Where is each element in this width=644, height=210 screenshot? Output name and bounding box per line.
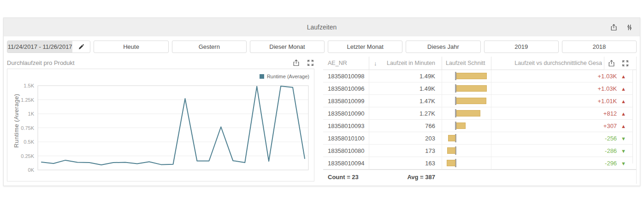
ae-nr-cell: 18358010098 (323, 70, 369, 82)
legend-label: Runtime (Average) (267, 74, 309, 79)
delta-cell: -296▼ (491, 160, 636, 167)
laufzeit-data-bar (456, 98, 486, 104)
laufzeit-data-bar (448, 135, 455, 141)
table-row[interactable]: 18358010093766+307▲ (323, 120, 636, 132)
svg-text:0.75K: 0.75K (21, 125, 34, 131)
laufzeit-data-bar (456, 73, 487, 79)
laufzeit-schnitt-cell (442, 157, 491, 169)
up-triangle-icon: ▲ (621, 86, 626, 92)
delta-value: +1.03K (598, 73, 617, 80)
ae-nr-cell: 18358010080 (323, 145, 369, 157)
table-row[interactable]: 183580100961.49K+1.03K▲ (323, 82, 636, 95)
table-body: 183580100981.49K+1.03K▲183580100961.49K+… (323, 70, 636, 169)
laufzeit-minuten-cell: 1.49K (369, 82, 442, 94)
pencil-icon[interactable] (72, 41, 90, 52)
table-row[interactable]: 183580100991.47K+1.01K▲ (323, 95, 636, 107)
table-row[interactable]: 18358010100203-256▼ (323, 132, 636, 145)
delta-cell: +1.03K▲ (491, 85, 636, 92)
sort-descending-icon[interactable]: ↓ (374, 60, 377, 67)
ae-nr-cell: 18358010094 (323, 157, 369, 169)
svg-text:0.5K: 0.5K (24, 139, 34, 145)
laufzeit-minuten-cell: 1.47K (369, 95, 442, 107)
ae-nr-cell: 18358010090 (323, 107, 369, 119)
delta-value: -296 (605, 160, 617, 167)
table-panel: AE_NR ↓ Laufzeit in Minuten Laufzeit Sch… (323, 57, 637, 184)
laufzeit-minuten-cell: 203 (369, 132, 442, 144)
table-row[interactable]: 18358010094163-296▼ (323, 157, 636, 169)
laufzeit-minuten-cell: 173 (369, 145, 442, 157)
delta-value: +812 (603, 110, 617, 117)
table-header-row: AE_NR ↓ Laufzeit in Minuten Laufzeit Sch… (323, 57, 636, 70)
expand-icon[interactable] (621, 59, 630, 67)
column-header-laufzeit-minuten[interactable]: ↓ Laufzeit in Minuten (369, 57, 442, 70)
content-area: Durchlaufzeit pro Produkt 0K0.25K0.5K0.7… (4, 57, 640, 184)
ae-nr-cell: 18358010096 (323, 82, 369, 94)
delta-value: +307 (603, 122, 617, 129)
table-footer-row: Count = 23 Avg = 387 (323, 169, 636, 184)
delta-cell: +1.01K▲ (491, 98, 636, 105)
laufzeit-data-bar (456, 122, 466, 129)
chart-panel-title: Durchlaufzeit pro Produkt (7, 59, 75, 66)
laufzeiten-card: Laufzeiten 11/24/2017 - 11/26/2017 Heute… (3, 18, 640, 186)
runtime-line-chart[interactable]: 0K0.25K0.5K0.75K1K1.25K1.5K Runtime (Ave… (7, 69, 314, 181)
chart-panel: Durchlaufzeit pro Produkt 0K0.25K0.5K0.7… (7, 57, 314, 184)
laufzeit-schnitt-cell (442, 120, 491, 132)
column-header-laufzeit-schnitt[interactable]: Laufzeit Schnitt (442, 57, 491, 70)
table-scrollbar[interactable] (632, 70, 636, 163)
avg-total: Avg = 387 (369, 174, 442, 181)
filter-button-dieser-monat[interactable]: Dieser Monat (250, 41, 325, 53)
delta-cell: +1.03K▲ (491, 73, 636, 80)
expand-icon[interactable] (306, 58, 314, 67)
svg-text:1.5K: 1.5K (24, 83, 34, 88)
delta-value: -286 (605, 147, 617, 154)
filter-row: 11/24/2017 - 11/26/2017 HeuteGesternDies… (4, 36, 640, 57)
laufzeit-minuten-cell: 1.49K (369, 70, 442, 82)
filter-button-heute[interactable]: Heute (94, 41, 168, 53)
svg-text:0K: 0K (28, 167, 35, 173)
svg-text:1K: 1K (28, 111, 35, 117)
delta-value: +1.01K (598, 98, 617, 105)
chart-panel-icons (292, 58, 314, 67)
filter-button-2019[interactable]: 2019 (484, 41, 559, 53)
line-chart-plot[interactable]: 0K0.25K0.5K0.75K1K1.25K1.5K (7, 69, 314, 181)
export-icon[interactable] (608, 59, 616, 67)
laufzeit-data-bar (456, 85, 487, 92)
export-icon[interactable] (609, 23, 618, 31)
ae-nr-cell: 18358010100 (323, 132, 369, 144)
laufzeit-data-bar (456, 110, 480, 117)
laufzeit-schnitt-cell (442, 95, 491, 107)
y-axis-label: Runtime (Average) (13, 93, 20, 147)
laufzeit-schnitt-cell (442, 107, 491, 119)
date-range-button[interactable]: 11/24/2017 - 11/26/2017 (7, 41, 90, 53)
laufzeit-schnitt-cell (442, 145, 491, 157)
laufzeit-schnitt-cell (442, 132, 491, 144)
filter-button-dieses-jahr[interactable]: Dieses Jahr (406, 41, 480, 53)
down-triangle-icon: ▼ (621, 148, 626, 154)
date-range-value[interactable]: 11/24/2017 - 11/26/2017 (7, 41, 72, 52)
delta-value: +1.03K (598, 85, 617, 92)
count-total: Count = 23 (323, 174, 369, 181)
delta-cell: -256▼ (491, 135, 636, 142)
laufzeit-minuten-cell: 163 (369, 157, 442, 169)
svg-text:0.25K: 0.25K (21, 153, 34, 159)
table-panel-icons (604, 57, 632, 70)
down-triangle-icon: ▼ (621, 136, 626, 141)
filter-button-gestern[interactable]: Gestern (172, 41, 247, 53)
column-header-ae-nr[interactable]: AE_NR (323, 57, 369, 70)
table-row[interactable]: 18358010080173-286▼ (323, 145, 636, 157)
page-title: Laufzeiten (307, 23, 337, 31)
delta-cell: -286▼ (491, 147, 636, 154)
export-icon[interactable] (292, 58, 300, 67)
svg-text:1.25K: 1.25K (21, 97, 34, 103)
up-triangle-icon: ▲ (621, 111, 626, 117)
table-row[interactable]: 183580100901.27K+812▲ (323, 107, 636, 120)
filters-icon[interactable] (625, 23, 633, 31)
card-header: Laufzeiten (4, 18, 640, 36)
laufzeit-data-bar (447, 147, 455, 154)
laufzeit-schnitt-cell (442, 82, 491, 94)
filter-button-2018[interactable]: 2018 (562, 41, 637, 53)
up-triangle-icon: ▲ (621, 74, 626, 79)
laufzeit-data-bar (447, 160, 455, 166)
table-row[interactable]: 183580100981.49K+1.03K▲ (323, 70, 636, 82)
filter-button-letzter-monat[interactable]: Letzter Monat (328, 41, 402, 53)
